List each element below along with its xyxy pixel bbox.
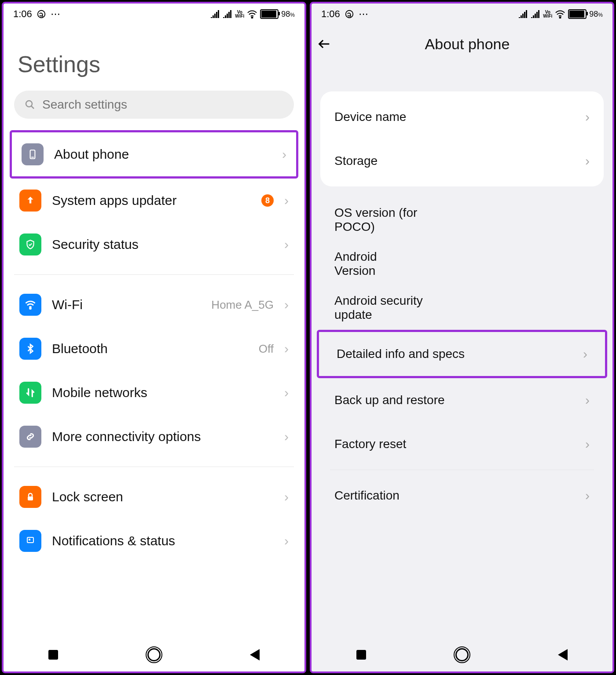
- item-device-name[interactable]: Device name ›: [320, 95, 604, 139]
- whatsapp-icon: [345, 9, 354, 19]
- row-label: Lock screen: [52, 489, 274, 504]
- header: About phone: [312, 25, 612, 63]
- item-detailed-info[interactable]: Detailed info and specs ›: [317, 330, 607, 378]
- chevron-right-icon: ›: [284, 297, 289, 312]
- chevron-right-icon: ›: [282, 147, 286, 162]
- svg-rect-8: [29, 539, 30, 540]
- clock: 1:06: [321, 8, 340, 20]
- nav-home[interactable]: [455, 648, 469, 661]
- item-wifi[interactable]: Wi-Fi Home A_5G ›: [14, 283, 294, 327]
- item-storage[interactable]: Storage ›: [320, 139, 604, 183]
- back-icon[interactable]: [317, 36, 332, 51]
- row-label: Back up and restore: [334, 393, 579, 407]
- divider: [330, 470, 594, 470]
- nav-back[interactable]: [250, 649, 260, 660]
- chevron-right-icon: ›: [284, 429, 289, 444]
- bell-icon: [19, 530, 41, 552]
- chevron-right-icon: ›: [585, 488, 590, 503]
- search-input[interactable]: [41, 97, 283, 112]
- page-title: About phone: [349, 36, 585, 53]
- status-bar: 1:06 ⋯ VoWiFi 98%: [312, 4, 612, 25]
- battery-icon: [568, 9, 587, 19]
- shield-icon: [19, 234, 41, 255]
- item-os-version[interactable]: OS version (for POCO): [320, 198, 604, 242]
- search-icon: [25, 99, 35, 110]
- bluetooth-icon: [19, 338, 41, 360]
- chevron-right-icon: ›: [284, 489, 289, 504]
- row-value: Home A_5G: [211, 298, 274, 312]
- row-label: More connectivity options: [52, 429, 274, 444]
- item-lock-screen[interactable]: Lock screen ›: [14, 475, 294, 519]
- battery-percent: 98%: [589, 10, 603, 19]
- chevron-right-icon: ›: [284, 237, 289, 252]
- nav-home[interactable]: [147, 648, 161, 661]
- row-label: Factory reset: [334, 437, 579, 451]
- row-value: Off: [259, 342, 274, 356]
- device-card: Device name › Storage ›: [320, 91, 604, 186]
- about-phone-screen: 1:06 ⋯ VoWiFi 98% About phone Device nam…: [310, 2, 614, 673]
- more-notifications-icon: ⋯: [51, 8, 61, 20]
- signal-icon: [210, 10, 220, 18]
- signal-icon: [518, 10, 528, 18]
- row-label: Security status: [52, 237, 274, 252]
- item-more-connectivity[interactable]: More connectivity options ›: [14, 415, 294, 459]
- wifi-icon: [19, 294, 41, 316]
- item-notifications[interactable]: Notifications & status ›: [14, 519, 294, 563]
- battery-percent: 98%: [281, 10, 295, 19]
- link-icon: [19, 426, 41, 448]
- vowifi-icon: VoWiFi: [235, 10, 244, 18]
- item-android-version[interactable]: Android Version: [320, 242, 604, 286]
- item-certification[interactable]: Certification ›: [320, 474, 604, 518]
- row-label: Android Version: [334, 250, 414, 278]
- vowifi-icon: VoWiFi: [543, 10, 552, 18]
- arrows-icon: [19, 382, 41, 404]
- divider: [14, 467, 294, 467]
- chevron-right-icon: ›: [284, 533, 289, 548]
- wifi-status-icon: [247, 10, 257, 18]
- chevron-right-icon: ›: [284, 193, 289, 208]
- page-title: Settings: [18, 51, 290, 77]
- more-notifications-icon: ⋯: [359, 8, 369, 20]
- item-mobile-networks[interactable]: Mobile networks ›: [14, 371, 294, 415]
- item-about-phone[interactable]: About phone ›: [10, 130, 298, 179]
- svg-rect-4: [31, 157, 34, 157]
- row-label: System apps updater: [52, 193, 251, 208]
- svg-point-5: [30, 308, 31, 309]
- signal-icon-2: [223, 10, 232, 18]
- update-badge: 8: [261, 194, 274, 207]
- wifi-status-icon: [555, 10, 565, 18]
- chevron-right-icon: ›: [585, 393, 590, 408]
- item-security-status[interactable]: Security status ›: [14, 223, 294, 266]
- nav-recents[interactable]: [48, 650, 58, 660]
- lock-icon: [19, 486, 41, 508]
- svg-point-2: [26, 101, 32, 107]
- nav-bar: [312, 638, 612, 671]
- search-bar[interactable]: [14, 91, 294, 119]
- item-security-update[interactable]: Android security update: [320, 286, 604, 330]
- item-system-apps-updater[interactable]: System apps updater 8 ›: [14, 179, 294, 223]
- battery-icon: [260, 9, 279, 19]
- row-label: Mobile networks: [52, 385, 274, 400]
- nav-back[interactable]: [558, 649, 568, 660]
- signal-icon-2: [531, 10, 540, 18]
- chevron-right-icon: ›: [284, 341, 289, 356]
- row-label: Bluetooth: [52, 341, 248, 356]
- row-label: Notifications & status: [52, 533, 274, 548]
- nav-recents[interactable]: [356, 650, 366, 660]
- row-label: Certification: [334, 489, 579, 503]
- item-backup-restore[interactable]: Back up and restore ›: [320, 378, 604, 422]
- clock: 1:06: [13, 8, 32, 20]
- chevron-right-icon: ›: [585, 437, 590, 452]
- row-label: About phone: [54, 147, 271, 162]
- row-label: Device name: [334, 110, 579, 124]
- item-bluetooth[interactable]: Bluetooth Off ›: [14, 327, 294, 371]
- status-bar: 1:06 ⋯ VoWiFi 98%: [4, 4, 304, 25]
- whatsapp-icon: [37, 9, 46, 19]
- svg-rect-6: [28, 496, 33, 500]
- svg-point-1: [252, 17, 253, 18]
- item-factory-reset[interactable]: Factory reset ›: [320, 422, 604, 466]
- chevron-right-icon: ›: [585, 109, 590, 124]
- row-label: Wi-Fi: [52, 297, 201, 312]
- arrow-up-icon: [19, 190, 41, 212]
- phone-icon: [22, 143, 44, 165]
